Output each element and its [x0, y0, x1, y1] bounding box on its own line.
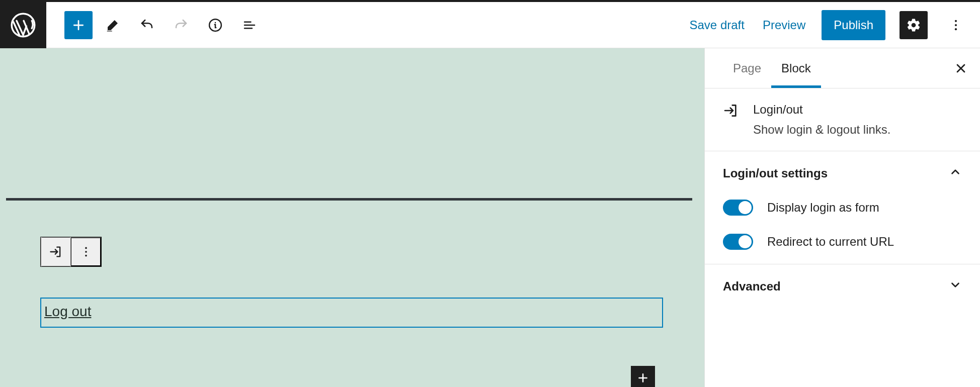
preview-button[interactable]: Preview [761, 14, 807, 36]
tab-page[interactable]: Page [723, 49, 771, 87]
chevron-up-icon [949, 165, 962, 181]
publish-button[interactable]: Publish [822, 10, 885, 40]
svg-point-3 [955, 24, 957, 26]
svg-point-4 [955, 28, 957, 30]
editor-canvas[interactable]: Log out [0, 48, 704, 387]
block-more-options-button[interactable] [71, 237, 101, 266]
save-draft-button[interactable]: Save draft [688, 14, 747, 36]
display-login-as-form-toggle[interactable] [723, 200, 753, 216]
separator-line [6, 198, 692, 201]
svg-point-2 [955, 20, 957, 22]
loginout-block[interactable]: Log out [40, 298, 663, 328]
advanced-panel: Advanced [705, 264, 980, 309]
loginout-settings-title: Login/out settings [723, 166, 828, 180]
toolbar-right-group: Save draft Preview Publish [688, 10, 980, 40]
editor-topbar: Save draft Preview Publish [0, 2, 980, 48]
block-description-panel: Login/out Show login & logout links. [705, 88, 980, 151]
advanced-panel-title: Advanced [723, 279, 781, 294]
redirect-to-current-url-label: Redirect to current URL [767, 235, 894, 249]
details-button[interactable] [201, 11, 229, 39]
logout-link[interactable]: Log out [44, 304, 91, 319]
login-icon [723, 103, 739, 137]
add-block-button[interactable] [64, 11, 93, 39]
loginout-settings-panel: Login/out settings Display login as form… [705, 151, 980, 264]
outline-button[interactable] [235, 11, 264, 39]
block-description: Show login & logout links. [753, 123, 891, 137]
wordpress-logo[interactable] [0, 2, 46, 48]
tab-block[interactable]: Block [771, 49, 821, 87]
block-toolbar [40, 237, 102, 267]
settings-sidebar: Page Block Login/out Show login & logout… [704, 48, 980, 387]
redo-button[interactable] [167, 11, 195, 39]
chevron-down-icon [949, 278, 962, 295]
advanced-panel-header[interactable]: Advanced [723, 278, 962, 295]
svg-point-6 [85, 251, 87, 253]
edit-mode-button[interactable] [99, 11, 127, 39]
sidebar-tabs: Page Block [705, 48, 980, 88]
svg-point-7 [85, 255, 87, 257]
settings-button[interactable] [900, 11, 928, 39]
inline-add-block-button[interactable] [631, 366, 655, 387]
redirect-to-current-url-toggle[interactable] [723, 234, 753, 250]
svg-point-5 [85, 247, 87, 249]
toolbar-left-group [46, 11, 264, 39]
block-icon-login[interactable] [41, 237, 71, 266]
close-sidebar-button[interactable] [947, 54, 975, 82]
block-title: Login/out [753, 103, 891, 117]
loginout-settings-header[interactable]: Login/out settings [723, 165, 962, 181]
more-options-button[interactable] [942, 11, 970, 39]
display-login-as-form-label: Display login as form [767, 201, 879, 215]
undo-button[interactable] [133, 11, 161, 39]
